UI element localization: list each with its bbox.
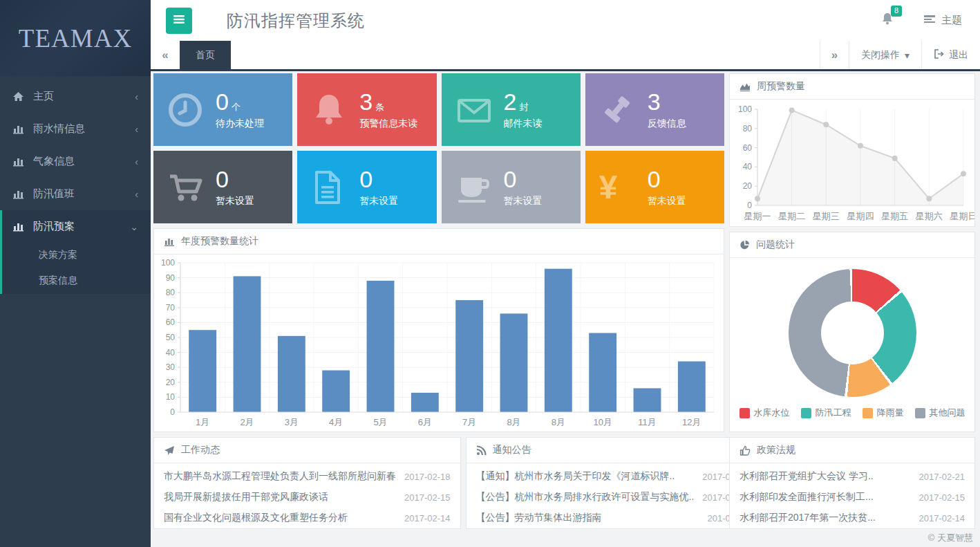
news-item[interactable]: 【公告】劳动节集体出游指南 201-02-19 (467, 508, 758, 528)
envelope-icon (455, 92, 494, 128)
legend-label: 其他问题 (930, 407, 965, 419)
svg-text:6月: 6月 (418, 417, 432, 427)
news-item-date: 2017-02-21 (911, 472, 965, 482)
news-item[interactable]: 【公告】杭州市水务局排水行政许可设置与实施优.. 2017-02-20 (467, 487, 758, 508)
svg-text:7月: 7月 (462, 417, 476, 427)
notifications-button[interactable]: 8 (880, 12, 894, 29)
footer: © 天夏智慧 (151, 529, 980, 547)
stat-value: 3 (648, 89, 661, 115)
scroll-tabs-right-button[interactable]: » (820, 41, 849, 69)
issue-stats-donut-chart: 水库水位 防汛工程 降雨量 (730, 258, 974, 432)
svg-text:8月: 8月 (507, 417, 520, 427)
file-icon (311, 169, 350, 205)
sign-out-icon (934, 49, 944, 61)
news-item[interactable]: 市大鹏半岛水源工程管理处负责人到一线部所慰问新春 2017-02-18 (154, 466, 460, 487)
stat-card-unset-3[interactable]: 0 暂未设置 (442, 151, 581, 223)
sidebar-subitem-plan-info[interactable]: 预案信息 (2, 268, 151, 294)
donut-wrap: 水库水位 防汛工程 降雨量 (730, 258, 974, 432)
notification-count-badge: 8 (891, 6, 902, 17)
tab-home[interactable]: 首页 (180, 41, 231, 69)
news-item[interactable]: 水利部印发全面推行河长制工... 2017-02-15 (730, 487, 974, 508)
stat-card-todo[interactable]: 0个 待办未处理 (153, 73, 292, 146)
svg-text:80: 80 (166, 288, 176, 297)
tab-bar: « 首页 » 关闭操作 ▾ 退出 (151, 41, 980, 71)
svg-text:1月: 1月 (196, 417, 209, 427)
news-item[interactable]: 我局开展新提拔任用干部党风廉政谈话 2017-02-15 (154, 487, 460, 508)
svg-text:11月: 11月 (638, 417, 657, 427)
panel-title: 年度预警数量统计 (181, 235, 258, 248)
svg-text:30: 30 (166, 362, 176, 372)
logout-button[interactable]: 退出 (921, 41, 980, 69)
yen-icon: ¥ (599, 169, 638, 205)
sidebar-item-flood-plans[interactable]: 防汛预案 ⌄ (2, 210, 151, 243)
news-item[interactable]: 水利部召开党组扩大会议 学习.. 2017-02-21 (730, 466, 974, 487)
svg-text:10: 10 (166, 392, 176, 402)
stat-label: 邮件未读 (504, 118, 543, 130)
header-right: 8 主题 (880, 12, 962, 29)
news-item-date: 2017-02-14 (911, 513, 965, 523)
sidebar-item-rainwater[interactable]: 雨水情信息 ‹ (0, 113, 151, 145)
legend-swatch (739, 408, 750, 418)
svg-text:星期一: 星期一 (744, 211, 771, 221)
stat-card-mail-unread[interactable]: 2封 邮件未读 (442, 73, 581, 146)
thumbs-up-icon (739, 445, 751, 456)
news-item[interactable]: 【通知】杭州市水务局关于印发《河道标识牌.. 2017-02-20 (467, 466, 758, 487)
sidebar-subitem-decision[interactable]: 决策方案 (2, 243, 151, 268)
sidebar-menu: 主页 ‹ 雨水情信息 ‹ 气象信息 ‹ 防汛值 (0, 76, 151, 294)
legend-item: 防汛工程 (801, 407, 851, 419)
svg-text:80: 80 (743, 124, 753, 133)
coffee-icon (455, 169, 494, 205)
bell-icon (880, 17, 894, 28)
copyright-text: © 天夏智慧 (928, 532, 973, 544)
stat-card-warnings-unread[interactable]: 3条 预警信息未读 (297, 73, 436, 146)
donut-ring (789, 269, 916, 397)
stat-card-body: 0 暂未设置 (504, 167, 543, 207)
stat-card-body: 0 暂未设置 (216, 167, 254, 207)
close-operations-dropdown[interactable]: 关闭操作 ▾ (849, 41, 921, 69)
news-item-title: 水利部召开党组扩大会议 学习.. (739, 470, 874, 483)
policy-list: 水利部召开党组扩大会议 学习.. 2017-02-21 水利部印发全面推行河长制… (730, 463, 974, 531)
paper-plane-icon (164, 445, 175, 456)
sidebar-toggle-button[interactable] (166, 8, 192, 34)
svg-text:星期五: 星期五 (881, 211, 908, 221)
cart-icon (167, 169, 206, 205)
dashboard-content: 0个 待办未处理 3条 预警信息未读 (151, 71, 980, 529)
work-news-panel: 工作动态 市大鹏半岛水源工程管理处负责人到一线部所慰问新春 2017-02-18… (153, 437, 461, 529)
panel-title: 政策法规 (757, 444, 795, 456)
svg-text:8月: 8月 (552, 417, 565, 427)
stat-unit: 条 (375, 102, 384, 112)
legend-swatch (801, 408, 811, 418)
sidebar-item-label: 防汛值班 (33, 187, 75, 201)
svg-text:2月: 2月 (240, 417, 254, 427)
theme-button[interactable]: 主题 (923, 14, 962, 27)
brand-logo: TEAMAX (0, 0, 151, 76)
stat-card-unset-2[interactable]: 0 暂未设置 (297, 151, 436, 223)
stat-label: 暂未设置 (648, 195, 686, 207)
sidebar-item-home[interactable]: 主页 ‹ (0, 80, 151, 113)
stat-value: 0 (359, 166, 373, 192)
news-item-date: 2017-02-15 (396, 492, 451, 503)
stat-label: 暂未设置 (216, 195, 254, 207)
hamburger-icon (172, 14, 186, 27)
svg-text:20: 20 (743, 181, 753, 191)
svg-text:60: 60 (743, 143, 753, 153)
news-item[interactable]: 国有企业文化问题根源及文化重塑任务分析 2017-02-14 (154, 508, 460, 528)
weekly-warnings-line-chart: 020406080100星期一星期二星期三星期四星期五星期六星期日 (730, 100, 974, 226)
svg-text:10月: 10月 (593, 417, 612, 427)
stat-card-unset-1[interactable]: 0 暂未设置 (153, 151, 292, 223)
stat-value: 3 (359, 89, 373, 115)
sidebar-item-weather[interactable]: 气象信息 ‹ (0, 145, 151, 178)
caret-down-icon: ▾ (905, 50, 910, 61)
svg-text:12月: 12月 (682, 417, 701, 427)
main-area: 防汛指挥管理系统 8 主题 « 首页 » (151, 0, 980, 547)
scroll-tabs-left-button[interactable]: « (151, 41, 180, 69)
news-item[interactable]: 水利部召开2017年第一次扶贫... 2017-02-14 (730, 508, 974, 528)
stat-card-feedback[interactable]: 3 反馈信息 (585, 73, 724, 146)
bar-chart-icon (12, 221, 24, 232)
stat-unit: 封 (519, 102, 528, 112)
area-chart-icon (739, 82, 751, 92)
svg-text:100: 100 (738, 104, 752, 114)
chevron-left-icon: ‹ (135, 189, 138, 200)
stat-card-unset-4[interactable]: ¥ 0 暂未设置 (585, 151, 724, 223)
sidebar-item-duty[interactable]: 防汛值班 ‹ (0, 178, 151, 210)
